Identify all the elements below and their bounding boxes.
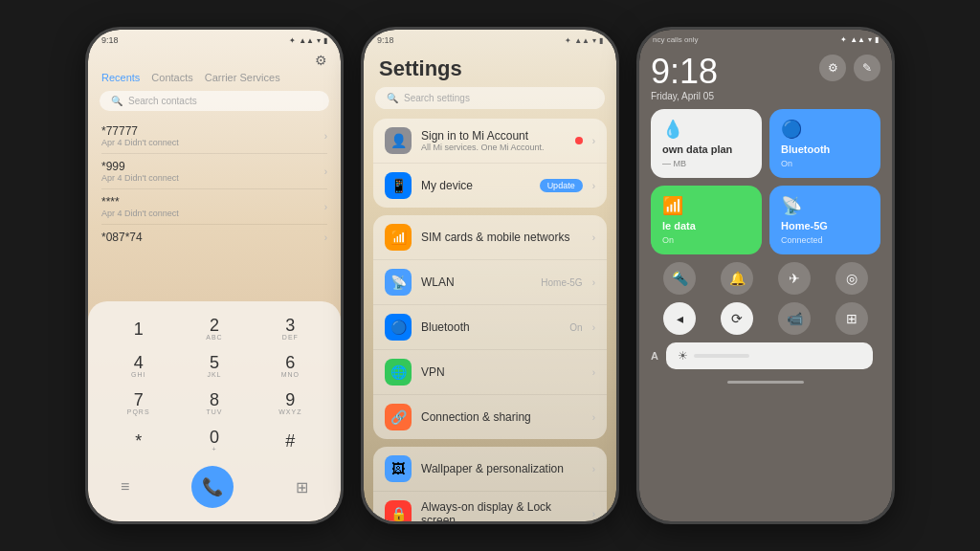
call-button[interactable]: 📞 xyxy=(191,466,234,508)
status-bar-2: 9:18 ✦ ▲▲ ▾ ▮ xyxy=(364,30,616,47)
cc-airplane-icon[interactable]: ✈ xyxy=(778,262,811,295)
key-9[interactable]: 9WXYZ xyxy=(254,386,327,421)
cc-screencast-icon[interactable]: ⊞ xyxy=(835,302,868,335)
key-3[interactable]: 3DEF xyxy=(254,311,327,346)
cc-bell-icon[interactable]: 🔔 xyxy=(721,262,753,295)
cc-location-icon[interactable]: ◂ xyxy=(663,302,696,335)
menu-icon[interactable]: ≡ xyxy=(121,478,129,496)
wifi-icon: ▾ xyxy=(317,36,321,45)
wlan-label: WLAN xyxy=(421,276,531,289)
settings-content: Settings 🔍 Search settings 👤 Sign in to … xyxy=(364,30,616,521)
sig-icon3: ▲▲ xyxy=(850,35,865,44)
data-drop-icon: 💧 xyxy=(662,119,750,140)
arrow-icon: › xyxy=(592,367,595,378)
bt-icon: ✦ xyxy=(565,36,571,45)
cc-tile-wifi[interactable]: 📡 Home-5G Connected xyxy=(769,186,880,254)
recent-arrow: › xyxy=(324,131,327,142)
settings-vpn[interactable]: 🌐 VPN › xyxy=(373,349,607,394)
settings-account[interactable]: 👤 Sign in to Mi Account All Mi services.… xyxy=(373,119,607,163)
cc-flashlight-icon[interactable]: 🔦 xyxy=(663,262,696,295)
lockscreen-label: Always-on display & Lock screen xyxy=(421,500,583,521)
cc-icon-row-2: ◂ ⟳ 📹 ⊞ xyxy=(651,302,880,335)
recent-item-3[interactable]: *087*74 › xyxy=(88,225,341,250)
tab-contacts[interactable]: Contacts xyxy=(151,72,192,83)
brightness-fill xyxy=(694,354,749,358)
settings-connection[interactable]: 🔗 Connection & sharing › xyxy=(373,394,607,439)
settings-gear-icon[interactable]: ⚙ xyxy=(315,53,327,68)
arrow-icon: › xyxy=(592,136,595,146)
cc-nfc-icon[interactable]: ◎ xyxy=(835,262,868,295)
wallpaper-label: Wallpaper & personalization xyxy=(421,462,583,475)
key-2[interactable]: 2ABC xyxy=(177,311,251,346)
keypad-grid: 1 2ABC 3DEF 4GHI 5JKL 6MNO 7PQRS 8TUV 9W… xyxy=(101,311,327,458)
brightness-bar[interactable]: ☀ xyxy=(666,342,873,369)
keypad-bottom: ≡ 📞 ⊞ xyxy=(101,458,327,512)
cc-clock: 9:18 xyxy=(651,55,718,89)
status-icons-3: ✦ ▲▲ ▾ ▮ xyxy=(840,35,879,44)
recent-item-2[interactable]: **** Apr 4 Didn't connect › xyxy=(88,189,341,224)
cc-tile-mobile-data[interactable]: 📶 le data On xyxy=(651,186,762,254)
key-1[interactable]: 1 xyxy=(101,311,175,346)
sim-label: SIM cards & mobile networks xyxy=(421,231,583,244)
sim-icon: 📶 xyxy=(385,224,412,251)
search-icon: 🔍 xyxy=(111,96,122,106)
bt-tile-sub: On xyxy=(781,159,869,168)
bt-tile-label: Bluetooth xyxy=(781,143,869,155)
bluetooth-label: Bluetooth xyxy=(421,320,560,334)
cc-screenrecord-icon[interactable]: ⟳ xyxy=(721,302,753,335)
recent-item-0[interactable]: *77777 Apr 4 Didn't connect › xyxy=(88,119,341,153)
cc-date: Friday, April 05 xyxy=(651,91,718,101)
recent-arrow: › xyxy=(324,202,327,212)
tab-carrier[interactable]: Carrier Services xyxy=(205,72,280,83)
tab-recents[interactable]: Recents xyxy=(101,72,140,83)
recent-item-1[interactable]: *999 Apr 4 Didn't connect › xyxy=(88,154,341,188)
dialpad-icon[interactable]: ⊞ xyxy=(296,478,308,496)
settings-search-bar[interactable]: 🔍 Search settings xyxy=(375,87,605,109)
key-star[interactable]: * xyxy=(101,423,175,458)
status-time-2: 9:18 xyxy=(377,35,394,45)
arrow-icon: › xyxy=(592,322,595,333)
key-6[interactable]: 6MNO xyxy=(254,348,327,384)
cc-camera-icon[interactable]: 📹 xyxy=(778,302,811,335)
settings-sim[interactable]: 📶 SIM cards & mobile networks › xyxy=(373,215,607,259)
sig-icon: ▲▲ xyxy=(574,36,590,45)
text-size-small-icon: A xyxy=(651,350,658,362)
status-bar-1: 9:18 ✦ ▲▲ ▾ ▮ xyxy=(88,30,341,47)
key-8[interactable]: 8TUV xyxy=(177,386,251,421)
mobile-data-label: le data xyxy=(662,220,750,231)
phone-dialer: 9:18 ✦ ▲▲ ▾ ▮ ⚙ Recents Contacts Carrier… xyxy=(85,27,344,524)
bat-icon: ▮ xyxy=(599,36,603,45)
key-5[interactable]: 5JKL xyxy=(177,348,251,384)
cc-settings-icon[interactable]: ⚙ xyxy=(819,55,846,81)
key-hash[interactable]: # xyxy=(254,423,327,458)
phone-settings: 9:18 ✦ ▲▲ ▾ ▮ Settings 🔍 Search settings… xyxy=(361,27,619,524)
settings-device[interactable]: 📱 My device Update › xyxy=(373,163,607,208)
account-sub: All Mi services. One Mi Account. xyxy=(421,143,566,152)
home-indicator[interactable] xyxy=(727,381,804,384)
arrow-icon: › xyxy=(592,509,595,519)
cc-brightness-row: A ☀ xyxy=(651,342,880,369)
contact-search-bar[interactable]: 🔍 Search contacts xyxy=(100,91,329,111)
account-icon: 👤 xyxy=(385,127,412,154)
settings-wlan[interactable]: 📡 WLAN Home-5G › xyxy=(373,259,607,304)
brightness-sun-icon: ☀ xyxy=(678,349,688,363)
settings-bluetooth[interactable]: 🔵 Bluetooth On › xyxy=(373,304,607,349)
key-0[interactable]: 0+ xyxy=(177,423,251,458)
cc-tile-bluetooth[interactable]: 🔵 Bluetooth On xyxy=(769,109,880,178)
display-card: 🖼 Wallpaper & personalization › 🔒 Always… xyxy=(373,447,607,521)
settings-wallpaper[interactable]: 🖼 Wallpaper & personalization › xyxy=(373,447,607,491)
settings-lockscreen[interactable]: 🔒 Always-on display & Lock screen › xyxy=(373,491,607,521)
mobile-data-sub: On xyxy=(662,235,750,245)
key-7[interactable]: 7PQRS xyxy=(101,386,175,421)
wlan-value: Home-5G xyxy=(541,277,582,288)
bat-icon3: ▮ xyxy=(875,35,879,44)
connection-icon: 🔗 xyxy=(385,404,412,430)
key-4[interactable]: 4GHI xyxy=(101,348,175,384)
cc-tile-data-plan[interactable]: 💧 own data plan — MB xyxy=(651,109,762,178)
data-plan-label: own data plan xyxy=(662,143,750,155)
status-icons-2: ✦ ▲▲ ▾ ▮ xyxy=(565,36,603,45)
mobile-data-icon: 📶 xyxy=(662,195,750,216)
settings-title: Settings xyxy=(364,49,616,87)
update-badge: Update xyxy=(540,179,583,192)
cc-edit-icon[interactable]: ✎ xyxy=(854,55,880,81)
